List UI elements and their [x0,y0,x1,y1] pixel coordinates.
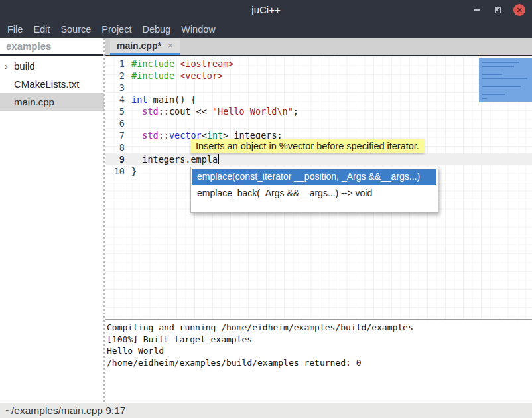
status-file-position: ~/examples/main.cpp 9:17 [5,405,125,417]
line-number: 8 [105,141,125,153]
menu-item-edit[interactable]: Edit [28,24,55,35]
menu-item-source[interactable]: Source [55,24,96,35]
minimap-line [482,78,527,79]
restore-icon [495,7,501,13]
code-line[interactable]: 1#include <iostream> [105,58,532,70]
line-number: 6 [105,117,125,129]
code-line[interactable]: 6 [105,117,532,129]
file-tree-panel: examples ›buildCMakeLists.txtmain.cpp [0,38,104,403]
completion-item[interactable]: emplace(const_iterator __position, _Args… [192,169,436,185]
tab-main-cpp[interactable]: main.cpp* × [110,38,180,55]
window-controls: ✕ [472,0,525,20]
menu-item-debug[interactable]: Debug [137,24,176,35]
minimap-line [482,62,519,63]
minimap-line [482,74,502,75]
sidebar-item-build[interactable]: ›build [0,57,104,75]
code-line[interactable]: 9 integers.empla [105,153,532,165]
minimize-icon [474,9,480,11]
file-tree: ›buildCMakeLists.txtmain.cpp [0,56,104,111]
console-line: [100%] Built target examples [107,334,532,346]
console-line: Compiling and running /home/eidheim/exam… [107,322,532,334]
code-text: std::cout << "Hello World\n"; [131,105,299,117]
menubar: FileEditSourceProjectDebugWindow [0,20,532,38]
tab-label: main.cpp* [117,40,161,51]
sidebar-item-label: build [14,60,35,72]
code-line[interactable]: 4int main() { [105,94,532,105]
line-number: 7 [105,129,125,141]
project-name-header: examples [0,38,104,56]
output-console: Compiling and running /home/eidheim/exam… [105,319,532,403]
tab-bar: main.cpp* × [105,38,532,56]
restore-button[interactable] [493,5,502,15]
sidebar-item-label: main.cpp [14,96,54,107]
code-line[interactable]: 5 std::cout << "Hello World\n"; [105,105,532,117]
line-number: 3 [105,82,125,94]
line-number: 10 [105,165,125,177]
code-text: } [131,165,137,177]
sidebar-item-main-cpp[interactable]: main.cpp [0,93,104,111]
window-title: juCi++ [0,0,532,20]
menu-item-file[interactable]: File [2,24,28,35]
console-line: /home/eidheim/examples/build/examples re… [107,357,532,369]
menu-item-window[interactable]: Window [176,24,221,35]
minimize-button[interactable] [472,5,482,15]
doc-tooltip: Inserts an object in %vector before spec… [190,139,425,153]
minimap-line [482,86,521,87]
menu-item-project[interactable]: Project [96,24,137,35]
close-icon: ✕ [516,4,522,16]
completion-popup: emplace(const_iterator __position, _Args… [190,167,438,213]
code-text: #include <iostream> [131,58,233,70]
code-line[interactable]: 3 [105,82,532,94]
code-text: integers.empla [131,153,219,165]
line-number: 5 [105,105,125,117]
completion-item[interactable]: emplace_back(_Args &&__args...) --> void [192,185,436,202]
code-text: #include <vector> [131,70,223,82]
tab-close-icon[interactable]: × [168,40,173,50]
code-line[interactable]: 2#include <vector> [105,70,532,82]
titlebar[interactable]: juCi++ ✕ [0,0,532,20]
sidebar-item-cmakelists-txt[interactable]: CMakeLists.txt [0,75,104,93]
line-number: 2 [105,70,125,82]
line-number: 1 [105,58,125,70]
code-text: int main() { [131,94,196,105]
text-cursor [218,154,219,164]
code-editor[interactable]: 1#include <iostream>2#include <vector>34… [105,56,532,319]
close-button[interactable]: ✕ [513,4,525,16]
minimap-line [482,66,514,67]
console-line: Hello World [107,345,532,357]
minimap-line [482,94,505,95]
expander-icon: › [5,57,14,75]
juci-window: juCi++ ✕ FileEditSourceProjectDebugWindo… [0,0,532,418]
status-bar: ~/examples/main.cpp 9:17 [0,403,532,418]
line-number: 4 [105,94,125,105]
minimap-line [482,98,487,99]
line-number: 9 [105,153,125,165]
sidebar-item-label: CMakeLists.txt [14,78,79,90]
minimap[interactable] [479,58,532,102]
